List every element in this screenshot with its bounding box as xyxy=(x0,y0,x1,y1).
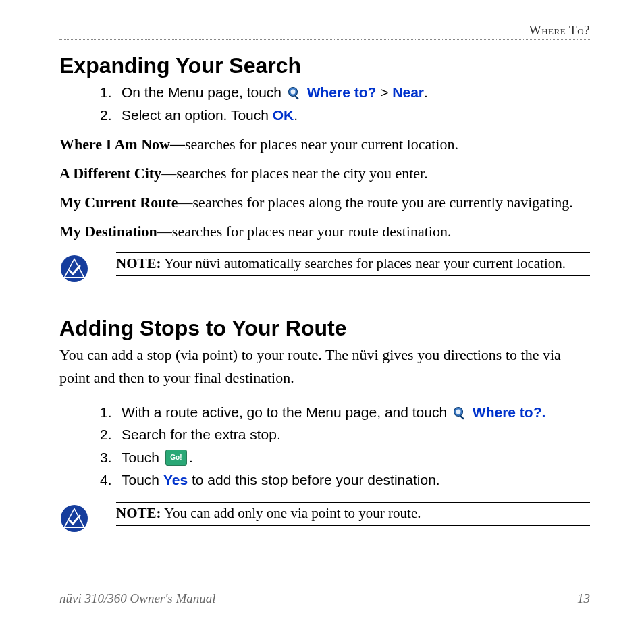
svg-rect-8 xyxy=(460,415,464,420)
note-text: NOTE: You can add only one via point to … xyxy=(116,502,590,526)
note-check-icon xyxy=(59,252,116,284)
svg-point-7 xyxy=(456,410,460,414)
manual-title: nüvi 310/360 Owner's Manual xyxy=(59,591,216,606)
section-heading-adding: Adding Stops to Your Route xyxy=(59,316,590,341)
svg-point-1 xyxy=(290,90,295,95)
svg-rect-2 xyxy=(294,95,299,100)
note-block: NOTE: Your nüvi automatically searches f… xyxy=(59,252,590,284)
note-text: NOTE: Your nüvi automatically searches f… xyxy=(116,252,590,276)
definition-line: A Different City—searches for places nea… xyxy=(59,163,590,184)
note-check-icon xyxy=(59,502,116,533)
steps-list-2: 1. With a route active, go to the Menu p… xyxy=(100,401,590,491)
list-item: 1. On the Menu page, touch Where to? > N… xyxy=(100,81,590,104)
page-number: 13 xyxy=(577,591,590,606)
note-block: NOTE: You can add only one via point to … xyxy=(59,502,590,533)
section-heading-expanding: Expanding Your Search xyxy=(59,53,590,78)
go-button-icon: Go! xyxy=(165,450,187,466)
page-footer: nüvi 310/360 Owner's Manual 13 xyxy=(59,591,590,606)
magnifier-icon xyxy=(452,406,467,421)
list-item: 2. Search for the extra stop. xyxy=(100,423,590,446)
definition-line: My Destination—searches for places near … xyxy=(59,221,590,242)
intro-paragraph: You can add a stop (via point) to your r… xyxy=(59,344,590,390)
header-breadcrumb: Where To? xyxy=(59,23,590,39)
manual-page: Where To? Expanding Your Search 1. On th… xyxy=(0,0,644,644)
definition-line: My Current Route—searches for places alo… xyxy=(59,192,590,213)
list-item: 4. Touch Yes to add this stop before you… xyxy=(100,468,590,491)
header-rule xyxy=(59,39,590,40)
list-item: 2. Select an option. Touch OK. xyxy=(100,104,590,127)
definition-line: Where I Am Now—searches for places near … xyxy=(59,134,590,155)
list-item: 1. With a route active, go to the Menu p… xyxy=(100,401,590,424)
magnifier-icon xyxy=(287,86,302,101)
steps-list-1: 1. On the Menu page, touch Where to? > N… xyxy=(100,81,590,126)
list-item: 3. Touch Go!. xyxy=(100,446,590,469)
